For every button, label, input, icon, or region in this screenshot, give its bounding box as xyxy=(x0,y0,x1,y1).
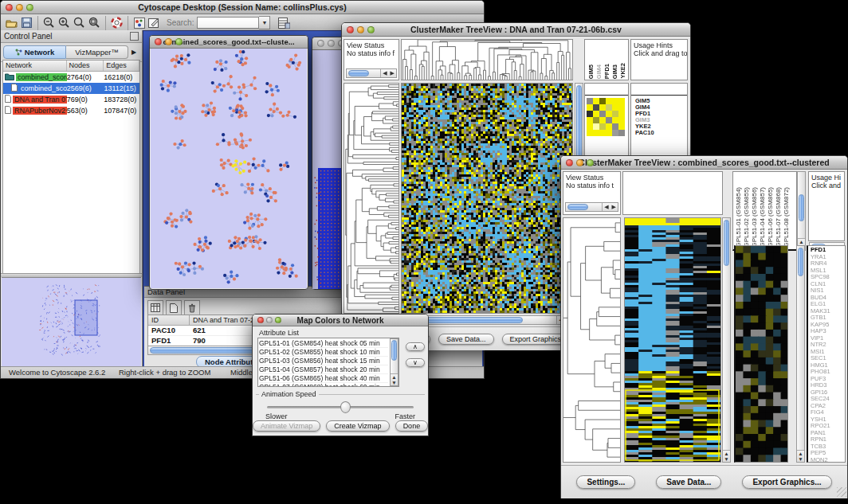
tv1-mini-heatmap[interactable] xyxy=(587,98,625,136)
tv2-column-label[interactable]: GPL51-03 (GSM856) xyxy=(751,187,758,248)
network-table-row[interactable]: DNA and Tran 07769(0)183728(0) xyxy=(3,94,139,105)
close-button[interactable] xyxy=(155,38,162,45)
main-titlebar[interactable]: Cytoscape Desktop (Session Name: collins… xyxy=(1,1,484,14)
attribute-list-item[interactable]: GPL51-04 (GSM857) heat shock 20 min xyxy=(259,365,388,374)
zoom-button[interactable] xyxy=(367,26,375,33)
tv1-row-dendrogram[interactable] xyxy=(344,83,399,314)
network-nodes-count: 2569(6) xyxy=(67,84,104,92)
network-table: NetworkNodesEdges combined_scores2764(0)… xyxy=(2,60,140,274)
resize-grip[interactable] xyxy=(837,487,846,497)
tv2-export-graphics---button[interactable]: Export Graphics... xyxy=(742,475,831,489)
dialog-done-button[interactable]: Done xyxy=(395,420,429,432)
zoom-button[interactable] xyxy=(587,159,594,166)
tab-network[interactable]: Network xyxy=(3,45,66,59)
tv2-heatmap-vscroll[interactable]: ▲▼ xyxy=(722,217,731,463)
close-button[interactable] xyxy=(257,317,264,323)
tv1-column-label[interactable]: GIM3 xyxy=(611,64,618,79)
dialog-create-vizmap-button[interactable]: Create Vizmap xyxy=(326,420,389,432)
tv2-zoom-heatmap[interactable] xyxy=(734,245,788,463)
tv2-column-label[interactable]: GPL51-06 (GSM865) xyxy=(767,187,774,248)
help-lifering-icon[interactable] xyxy=(109,15,124,30)
new-attribute-icon[interactable] xyxy=(166,300,182,315)
attribute-list-vscroll[interactable]: ▲▼ xyxy=(390,338,398,386)
attribute-list-item[interactable]: GPL51-07 (GSM868) heat shock 60 min xyxy=(259,383,388,387)
tv1-column-label[interactable]: GIM5 xyxy=(587,64,595,79)
tv2-column-label[interactable]: GPL51-08 (GSM872) xyxy=(783,187,790,248)
select-attributes-icon[interactable] xyxy=(147,300,163,315)
tv2-column-dendrogram[interactable] xyxy=(622,171,723,215)
table-import-icon[interactable] xyxy=(277,15,292,30)
zoom-selected-icon[interactable] xyxy=(72,15,87,30)
delete-attribute-icon[interactable] xyxy=(184,300,200,315)
move-up-button[interactable]: ∧ xyxy=(406,342,425,351)
data-table-header[interactable]: ID xyxy=(148,315,190,325)
zoom-button[interactable] xyxy=(175,38,183,45)
close-button[interactable] xyxy=(6,4,13,11)
zoom-out-icon[interactable] xyxy=(41,15,57,30)
dialog-animate-vizmap-button[interactable]: Animate Vizmap xyxy=(253,420,320,432)
vizmapper-icon[interactable] xyxy=(132,15,147,30)
open-session-icon[interactable] xyxy=(4,15,19,30)
close-button[interactable] xyxy=(317,40,324,47)
annotation-icon[interactable] xyxy=(147,15,162,30)
tab-overflow-arrow[interactable]: ▶ xyxy=(128,49,139,56)
minimize-button[interactable] xyxy=(266,317,273,323)
mini-heatmap-cell xyxy=(618,98,625,104)
tv1-column-label[interactable]: PAC10 xyxy=(627,60,629,79)
network-table-header[interactable]: Nodes xyxy=(67,61,104,71)
search-dropdown-arrow[interactable]: ▼ xyxy=(259,16,270,29)
minimize-button[interactable] xyxy=(16,4,23,11)
tv1-column-label[interactable]: GIM4 xyxy=(595,64,603,79)
close-button[interactable] xyxy=(347,26,354,33)
animation-speed-group: Animation Speed Slower Faster xyxy=(256,394,425,419)
tv2-row-dendrogram[interactable] xyxy=(563,217,621,463)
minimize-button[interactable] xyxy=(328,40,335,47)
tv2-column-label[interactable]: GPL51-04 (GSM857) xyxy=(759,187,766,248)
search-input[interactable] xyxy=(197,17,259,29)
tv2-save-data---button[interactable]: Save Data... xyxy=(656,475,721,489)
zoom-button[interactable] xyxy=(26,4,33,11)
move-down-button[interactable]: ∨ xyxy=(406,358,425,367)
tv1-column-dendrogram[interactable] xyxy=(401,39,573,80)
attribute-list-item[interactable]: GPL51-01 (GSM854) heat shock 05 min xyxy=(259,339,388,348)
attribute-list-item[interactable]: GPL51-06 (GSM865) heat shock 40 min xyxy=(259,374,388,383)
tv1-gene-label[interactable]: PAC10 xyxy=(635,130,654,136)
zoom-button[interactable] xyxy=(275,317,281,323)
network-table-row[interactable]: RNAPuberNov2+563(0)107847(0) xyxy=(3,105,139,116)
minimize-button[interactable] xyxy=(357,26,364,33)
tv1-save-data---button[interactable]: Save Data... xyxy=(438,334,494,345)
float-panel-icon[interactable] xyxy=(130,32,139,41)
tv2-column-label[interactable]: GPL51-02 (GSM855) xyxy=(743,187,750,248)
network-table-row[interactable]: combined_sco2569(6)13112(15) xyxy=(3,83,139,94)
zoom-in-icon[interactable] xyxy=(57,15,72,30)
tv2-column-label[interactable]: GPL51-07 (GSM868) xyxy=(775,187,782,248)
tv2-status-scrollbar[interactable]: ◀▶ xyxy=(565,202,618,212)
zoom-fit-icon[interactable] xyxy=(87,15,102,30)
birdseye-canvas[interactable] xyxy=(2,278,141,366)
network-table-header[interactable]: Network xyxy=(3,61,67,71)
minimize-button[interactable] xyxy=(165,38,172,45)
tab-vizmapper[interactable]: VizMapper™ xyxy=(66,45,128,59)
tv2-settings---button[interactable]: Settings... xyxy=(576,475,635,489)
network-table-row[interactable]: combined_scores2764(0)16218(0) xyxy=(3,72,139,83)
minimize-button[interactable] xyxy=(576,159,583,166)
tv2-column-label[interactable]: GPL51-01 (GSM854) xyxy=(735,187,742,248)
tv2-gene-label[interactable]: MON2 xyxy=(811,457,830,463)
attribute-listbox[interactable]: GPL51-01 (GSM854) heat shock 05 minGPL51… xyxy=(257,338,399,387)
tv1-heatmap[interactable] xyxy=(401,83,573,314)
tv1-column-label[interactable]: PFD1 xyxy=(603,64,610,79)
tv2-heatmap[interactable] xyxy=(624,217,721,463)
speed-slider-thumb[interactable] xyxy=(340,401,351,413)
tv1-column-label[interactable]: YKE2 xyxy=(619,63,626,79)
tv1-status-scrollbar[interactable]: ◀▶ xyxy=(346,68,397,78)
close-button[interactable] xyxy=(566,159,573,166)
attribute-list-item[interactable]: GPL51-03 (GSM856) heat shock 15 min xyxy=(259,357,388,365)
network-doc-icon xyxy=(5,106,11,115)
attribute-list-item[interactable]: GPL51-02 (GSM855) heat shock 10 min xyxy=(259,348,388,357)
tv2-collabel-vscroll[interactable]: ▲▼ xyxy=(797,171,806,251)
tv2-genelist-vscroll[interactable]: ▲▼ xyxy=(796,245,805,463)
save-session-icon[interactable] xyxy=(19,15,34,30)
network-canvas[interactable] xyxy=(151,49,307,288)
birdseye-view[interactable] xyxy=(2,277,141,367)
network-table-header[interactable]: Edges xyxy=(104,61,139,71)
